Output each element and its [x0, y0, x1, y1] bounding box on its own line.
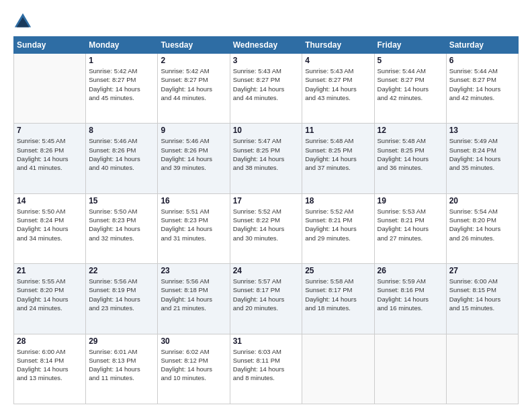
day-number: 27	[449, 266, 515, 275]
day-info: Sunrise: 5:43 AM Sunset: 8:27 PM Dayligh…	[305, 66, 371, 102]
calendar-cell: 28Sunrise: 6:00 AM Sunset: 8:14 PM Dayli…	[14, 334, 86, 404]
calendar-cell: 24Sunrise: 5:57 AM Sunset: 8:17 PM Dayli…	[230, 264, 302, 334]
day-number: 17	[233, 196, 300, 205]
calendar-cell: 2Sunrise: 5:42 AM Sunset: 8:27 PM Daylig…	[158, 54, 230, 124]
day-info: Sunrise: 5:43 AM Sunset: 8:27 PM Dayligh…	[233, 66, 300, 102]
day-number: 15	[89, 196, 154, 205]
day-number: 30	[161, 336, 226, 346]
day-info: Sunrise: 5:45 AM Sunset: 8:26 PM Dayligh…	[17, 136, 83, 172]
calendar-cell: 13Sunrise: 5:49 AM Sunset: 8:24 PM Dayli…	[446, 124, 518, 193]
calendar-cell: 3Sunrise: 5:43 AM Sunset: 8:27 PM Daylig…	[230, 54, 302, 124]
day-info: Sunrise: 5:57 AM Sunset: 8:17 PM Dayligh…	[233, 277, 300, 312]
calendar-header-wednesday: Wednesday	[230, 37, 302, 54]
calendar-cell: 14Sunrise: 5:50 AM Sunset: 8:24 PM Dayli…	[14, 193, 86, 263]
day-info: Sunrise: 6:02 AM Sunset: 8:12 PM Dayligh…	[161, 347, 226, 383]
calendar-cell: 25Sunrise: 5:58 AM Sunset: 8:17 PM Dayli…	[302, 264, 374, 334]
day-number: 14	[17, 196, 83, 205]
calendar-cell: 26Sunrise: 5:59 AM Sunset: 8:16 PM Dayli…	[374, 264, 446, 334]
day-info: Sunrise: 5:54 AM Sunset: 8:20 PM Dayligh…	[449, 207, 515, 242]
day-info: Sunrise: 5:48 AM Sunset: 8:25 PM Dayligh…	[378, 136, 443, 172]
day-number: 22	[89, 266, 154, 275]
day-info: Sunrise: 5:42 AM Sunset: 8:27 PM Dayligh…	[89, 66, 154, 102]
day-number: 4	[305, 56, 371, 65]
calendar-cell: 27Sunrise: 6:00 AM Sunset: 8:15 PM Dayli…	[446, 264, 518, 334]
calendar-cell: 6Sunrise: 5:44 AM Sunset: 8:27 PM Daylig…	[446, 54, 518, 124]
day-info: Sunrise: 5:46 AM Sunset: 8:26 PM Dayligh…	[89, 136, 154, 172]
day-number: 19	[378, 196, 443, 205]
logo-icon	[13, 12, 32, 31]
day-info: Sunrise: 5:58 AM Sunset: 8:17 PM Dayligh…	[305, 277, 371, 312]
header	[13, 12, 519, 31]
day-number: 3	[233, 56, 300, 65]
calendar-cell	[14, 54, 86, 124]
calendar-week-1: 1Sunrise: 5:42 AM Sunset: 8:27 PM Daylig…	[14, 54, 519, 124]
calendar-header-row: SundayMondayTuesdayWednesdayThursdayFrid…	[14, 37, 519, 54]
day-number: 6	[449, 56, 515, 65]
calendar-header-saturday: Saturday	[446, 37, 518, 54]
calendar-cell	[374, 334, 446, 404]
calendar-cell: 16Sunrise: 5:51 AM Sunset: 8:23 PM Dayli…	[158, 193, 230, 263]
calendar-cell: 12Sunrise: 5:48 AM Sunset: 8:25 PM Dayli…	[374, 124, 446, 193]
day-number: 8	[89, 126, 154, 135]
calendar-cell: 17Sunrise: 5:52 AM Sunset: 8:22 PM Dayli…	[230, 193, 302, 263]
day-number: 23	[161, 266, 226, 275]
calendar-week-4: 21Sunrise: 5:55 AM Sunset: 8:20 PM Dayli…	[14, 264, 519, 334]
day-number: 13	[449, 126, 515, 135]
day-info: Sunrise: 6:03 AM Sunset: 8:11 PM Dayligh…	[233, 347, 300, 383]
calendar-cell: 4Sunrise: 5:43 AM Sunset: 8:27 PM Daylig…	[302, 54, 374, 124]
day-number: 21	[17, 266, 83, 275]
calendar-cell: 20Sunrise: 5:54 AM Sunset: 8:20 PM Dayli…	[446, 193, 518, 263]
day-info: Sunrise: 5:49 AM Sunset: 8:24 PM Dayligh…	[449, 136, 515, 172]
calendar-cell: 19Sunrise: 5:53 AM Sunset: 8:21 PM Dayli…	[374, 193, 446, 263]
calendar-cell: 29Sunrise: 6:01 AM Sunset: 8:13 PM Dayli…	[86, 334, 158, 404]
calendar-week-3: 14Sunrise: 5:50 AM Sunset: 8:24 PM Dayli…	[14, 193, 519, 263]
calendar-table: SundayMondayTuesdayWednesdayThursdayFrid…	[13, 36, 519, 404]
day-number: 20	[449, 196, 515, 205]
calendar-header-sunday: Sunday	[14, 37, 86, 54]
day-number: 5	[378, 56, 443, 65]
day-info: Sunrise: 5:53 AM Sunset: 8:21 PM Dayligh…	[378, 207, 443, 242]
calendar-cell: 18Sunrise: 5:52 AM Sunset: 8:21 PM Dayli…	[302, 193, 374, 263]
day-number: 12	[378, 126, 443, 135]
calendar-cell: 22Sunrise: 5:56 AM Sunset: 8:19 PM Dayli…	[86, 264, 158, 334]
calendar-cell	[302, 334, 374, 404]
day-number: 1	[89, 56, 154, 65]
calendar-cell	[446, 334, 518, 404]
day-info: Sunrise: 5:56 AM Sunset: 8:19 PM Dayligh…	[89, 277, 154, 312]
day-info: Sunrise: 5:50 AM Sunset: 8:24 PM Dayligh…	[17, 207, 83, 242]
day-number: 7	[17, 126, 83, 135]
calendar-week-2: 7Sunrise: 5:45 AM Sunset: 8:26 PM Daylig…	[14, 124, 519, 193]
page: SundayMondayTuesdayWednesdayThursdayFrid…	[0, 0, 532, 411]
calendar-cell: 5Sunrise: 5:44 AM Sunset: 8:27 PM Daylig…	[374, 54, 446, 124]
day-info: Sunrise: 5:52 AM Sunset: 8:21 PM Dayligh…	[305, 207, 371, 242]
day-number: 16	[161, 196, 226, 205]
calendar-cell: 9Sunrise: 5:46 AM Sunset: 8:26 PM Daylig…	[158, 124, 230, 193]
day-number: 29	[89, 336, 154, 346]
day-number: 2	[161, 56, 226, 65]
day-number: 28	[17, 336, 83, 346]
day-number: 31	[233, 336, 300, 346]
day-info: Sunrise: 5:51 AM Sunset: 8:23 PM Dayligh…	[161, 207, 226, 242]
day-info: Sunrise: 5:46 AM Sunset: 8:26 PM Dayligh…	[161, 136, 226, 172]
day-number: 9	[161, 126, 226, 135]
day-number: 10	[233, 126, 300, 135]
day-info: Sunrise: 6:00 AM Sunset: 8:15 PM Dayligh…	[449, 277, 515, 312]
day-number: 25	[305, 266, 371, 275]
calendar-cell: 23Sunrise: 5:56 AM Sunset: 8:18 PM Dayli…	[158, 264, 230, 334]
calendar-cell: 7Sunrise: 5:45 AM Sunset: 8:26 PM Daylig…	[14, 124, 86, 193]
calendar-cell: 1Sunrise: 5:42 AM Sunset: 8:27 PM Daylig…	[86, 54, 158, 124]
day-info: Sunrise: 5:52 AM Sunset: 8:22 PM Dayligh…	[233, 207, 300, 242]
day-info: Sunrise: 5:44 AM Sunset: 8:27 PM Dayligh…	[378, 66, 443, 102]
day-info: Sunrise: 5:47 AM Sunset: 8:25 PM Dayligh…	[233, 136, 300, 172]
calendar-cell: 30Sunrise: 6:02 AM Sunset: 8:12 PM Dayli…	[158, 334, 230, 404]
day-info: Sunrise: 5:42 AM Sunset: 8:27 PM Dayligh…	[161, 66, 226, 102]
logo	[13, 12, 35, 31]
day-number: 26	[378, 266, 443, 275]
day-info: Sunrise: 6:00 AM Sunset: 8:14 PM Dayligh…	[17, 347, 83, 383]
day-info: Sunrise: 6:01 AM Sunset: 8:13 PM Dayligh…	[89, 347, 154, 383]
calendar-header-friday: Friday	[374, 37, 446, 54]
calendar-header-monday: Monday	[86, 37, 158, 54]
calendar-cell: 8Sunrise: 5:46 AM Sunset: 8:26 PM Daylig…	[86, 124, 158, 193]
calendar-cell: 11Sunrise: 5:48 AM Sunset: 8:25 PM Dayli…	[302, 124, 374, 193]
calendar-cell: 10Sunrise: 5:47 AM Sunset: 8:25 PM Dayli…	[230, 124, 302, 193]
